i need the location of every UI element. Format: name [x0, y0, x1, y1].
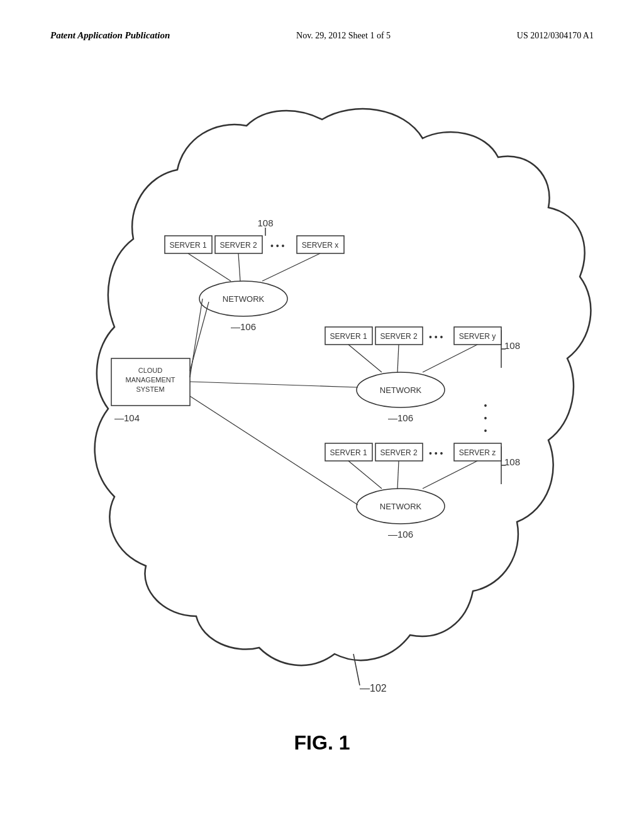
- s2-net-top: [238, 253, 240, 281]
- diagram-svg: —102 CLOUD MANAGEMENT SYSTEM —104 108 SE…: [50, 88, 594, 704]
- server2-mid-label: SERVER 2: [380, 332, 417, 341]
- figure-label: FIG. 1: [294, 731, 350, 755]
- network-mid-label: NETWORK: [380, 385, 422, 395]
- server1-mid-label: SERVER 1: [330, 332, 367, 341]
- ref-108-bot: 108: [504, 456, 520, 467]
- publication-date-sheet: Nov. 29, 2012 Sheet 1 of 5: [296, 31, 391, 41]
- s1-net-bot: [348, 461, 382, 489]
- ref-102-line: [353, 654, 360, 685]
- sz-net-bot: [423, 461, 477, 489]
- server1-top-label: SERVER 1: [169, 241, 206, 250]
- server2-top-label: SERVER 2: [219, 241, 257, 250]
- net-cms-mid: [190, 382, 358, 387]
- sy-net-mid: [423, 345, 477, 372]
- cms-net-top: [190, 302, 209, 371]
- s1-net-top: [188, 253, 231, 281]
- ref-106-mid: —106: [388, 412, 413, 423]
- dots-bot: • • •: [429, 448, 443, 458]
- vert-dots3: •: [484, 426, 487, 436]
- vert-dots: •: [484, 401, 487, 411]
- s2-net-bot: [397, 461, 399, 489]
- diagram-area: —102 CLOUD MANAGEMENT SYSTEM —104 108 SE…: [50, 88, 594, 704]
- dots-mid: • • •: [429, 332, 443, 342]
- s2-net-mid: [397, 345, 399, 372]
- ref-102: —102: [360, 683, 387, 694]
- server2-bot-label: SERVER 2: [380, 448, 417, 457]
- vert-dots2: •: [484, 413, 487, 423]
- ref-108-mid: 108: [504, 340, 520, 351]
- ref-106-top: —106: [231, 321, 256, 332]
- network-bot-label: NETWORK: [380, 502, 422, 511]
- sx-net-top: [262, 253, 320, 281]
- serverz-bot-label: SERVER z: [459, 448, 496, 457]
- page-header: Patent Application Publication Nov. 29, …: [50, 30, 594, 41]
- s1-net-mid: [348, 345, 382, 372]
- ref-108-top-label: 108: [257, 218, 273, 228]
- dots-top: • • •: [270, 241, 285, 251]
- network-top-label: NETWORK: [223, 294, 265, 304]
- page: Patent Application Publication Nov. 29, …: [0, 0, 644, 830]
- publication-number: US 2012/0304170 A1: [517, 31, 594, 41]
- servery-mid-label: SERVER y: [459, 332, 496, 341]
- cms-text-line2: MANAGEMENT: [126, 376, 175, 384]
- ref-106-bot: —106: [388, 529, 413, 540]
- cms-text-line1: CLOUD: [138, 367, 163, 374]
- publication-type: Patent Application Publication: [50, 30, 170, 41]
- ref-104: —104: [114, 412, 140, 423]
- cms-text-line3: SYSTEM: [136, 385, 164, 393]
- server1-bot-label: SERVER 1: [330, 448, 367, 457]
- serverx-top-label: SERVER x: [302, 241, 338, 250]
